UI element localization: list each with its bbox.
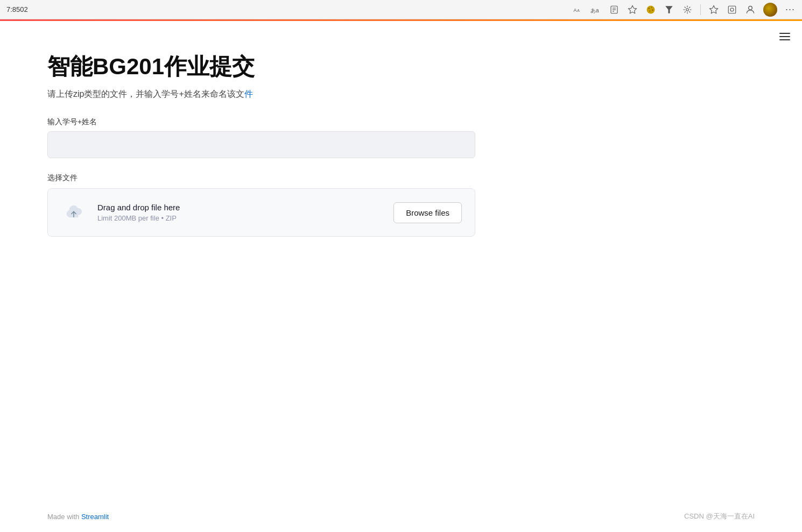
collections-icon[interactable] [708,4,719,15]
funnel-icon[interactable] [664,4,674,15]
main-content: 智能BG201作业提交 请上传zip类型的文件，并输入学号+姓名来命名该文件 输… [0,21,802,532]
browse-files-button[interactable]: Browse files [393,202,462,223]
svg-point-8 [647,5,655,13]
subtitle-link: 件 [244,89,253,98]
svg-point-12 [652,9,653,11]
page-content: 智能BG201作业提交 请上传zip类型的文件，并输入学号+姓名来命名该文件 输… [0,21,802,532]
svg-point-18 [749,6,752,10]
file-section-label: 选择文件 [47,173,475,183]
upload-cloud-icon [63,202,85,223]
svg-marker-7 [629,5,637,13]
more-options-icon[interactable]: ··· [785,4,796,15]
svg-marker-13 [665,6,673,13]
svg-point-9 [648,8,650,9]
browser-toolbar: A A あa [572,3,796,17]
svg-rect-16 [728,6,736,13]
svg-point-10 [651,6,652,8]
svg-marker-15 [710,5,718,13]
svg-point-17 [730,8,734,11]
page-footer: Made with Streamlit CSDN @天海一直在AI [47,512,755,521]
streamlit-link[interactable]: Streamlit [81,513,109,521]
upload-text-group: Drag and drop file here Limit 200MB per … [97,203,180,222]
translate-icon[interactable]: あa [590,4,601,15]
browser-url: 7:8502 [6,5,28,13]
page-title: 智能BG201作业提交 [47,53,755,80]
svg-point-11 [649,10,650,11]
user-avatar[interactable] [763,3,777,17]
drag-drop-text: Drag and drop file here [97,203,180,212]
subtitle-text: 请上传zip类型的文件，并输入学号+姓名来命名该文 [47,89,244,98]
made-with-text: Made with [47,513,79,521]
screenshot-icon[interactable] [727,4,737,15]
reader-icon[interactable] [609,4,620,15]
favorites-star-icon[interactable] [627,4,638,15]
extensions-icon[interactable] [682,4,693,15]
name-input-label: 输入学号+姓名 [47,117,475,127]
name-input[interactable] [47,131,475,158]
form-section: 输入学号+姓名 选择文件 [47,117,475,237]
file-upload-left: Drag and drop file here Limit 200MB per … [61,200,180,225]
separator-1 [700,4,701,15]
svg-text:A: A [574,7,577,12]
upload-icon-wrapper [61,200,87,225]
file-upload-area: Drag and drop file here Limit 200MB per … [47,188,475,237]
browser-bar: 7:8502 A A あa [0,0,802,19]
cookie-icon[interactable] [645,4,656,15]
footer-csdn: CSDN @天海一直在AI [684,512,755,521]
svg-text:A: A [577,8,580,12]
font-size-icon[interactable]: A A [572,4,583,15]
footer-made-with: Made with Streamlit [47,513,109,521]
svg-point-14 [686,8,689,11]
page-subtitle: 请上传zip类型的文件，并输入学号+姓名来命名该文件 [47,89,755,100]
limit-text: Limit 200MB per file • ZIP [97,214,180,222]
svg-text:あa: あa [590,7,599,13]
profile-icon[interactable] [745,4,756,15]
